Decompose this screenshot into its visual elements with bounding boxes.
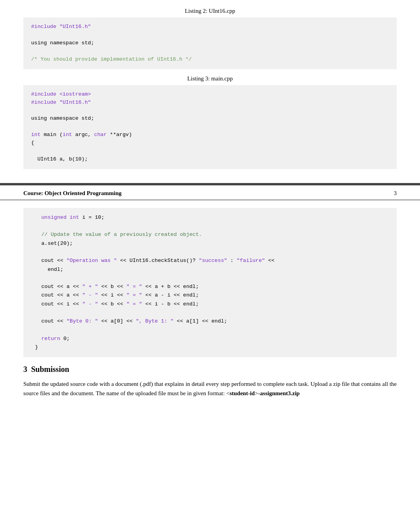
submission-section: 3Submission Submit the updated source co…	[23, 365, 397, 398]
include-keyword-1: #include	[31, 91, 56, 97]
listing3-code: #include <iostream> #include "UInt16.h" …	[23, 85, 397, 169]
listing2-title-wrapper: Listing 2: UInt16.cpp	[23, 8, 397, 14]
listing2-code: #include "UInt16.h" using namespace std;…	[23, 17, 397, 69]
section-number: 3	[23, 365, 27, 373]
course-title: Course: Object Oriented Programming	[23, 190, 122, 197]
listing2-title: Listing 2: UInt16.cpp	[23, 8, 397, 14]
bottom-section: unsigned int i = 10; // Update the value…	[0, 208, 420, 532]
section-title: Submission	[31, 365, 69, 373]
int-keyword: int	[31, 132, 40, 138]
page: Listing 2: UInt16.cpp #include "UInt16.h…	[0, 0, 420, 532]
listing3-title-wrapper: Listing 3: main.cpp	[23, 75, 397, 82]
submission-body: Submit the updated source code with a do…	[23, 379, 397, 398]
listing3-title: Listing 3: main.cpp	[23, 75, 397, 82]
unsigned-int-keyword: unsigned int	[41, 215, 79, 220]
comment-update: // Update the value of a previously crea…	[41, 232, 202, 237]
return-keyword: return	[41, 336, 60, 342]
page-header: Course: Object Oriented Programming 3	[0, 185, 420, 200]
page-number: 3	[394, 190, 397, 197]
include-keyword-2: #include	[31, 99, 56, 105]
top-section: Listing 2: UInt16.cpp #include "UInt16.h…	[0, 0, 420, 179]
code-continuation: unsigned int i = 10; // Update the value…	[23, 208, 397, 357]
format-bold-2: -assignment3.zip	[258, 390, 300, 396]
include-keyword: #include	[31, 24, 56, 30]
submission-heading: 3Submission	[23, 365, 397, 374]
format-bold: student-id	[229, 390, 255, 396]
comment-line: /* You should provide implementation of …	[31, 56, 192, 62]
